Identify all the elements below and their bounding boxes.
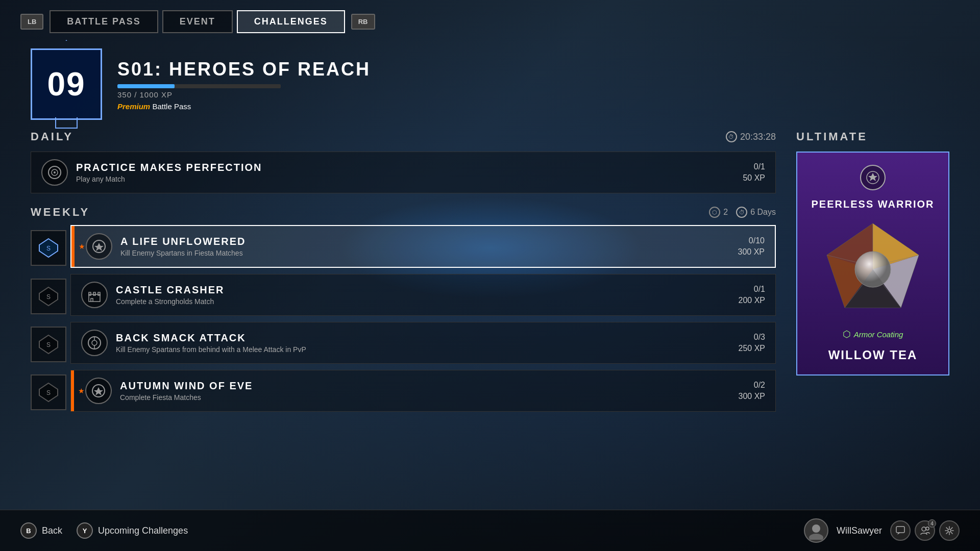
tab-event[interactable]: EVENT [162,10,233,33]
badge-shield-icon: ⬡ [709,207,720,218]
challenge-name-backsmack: BACK SMACK ATTACK [116,332,730,344]
challenge-progress-castle: 0/1 [739,285,765,294]
daily-title: DAILY [31,130,74,143]
battlepass-section: 09 S01: HEROES OF REACH 350 / 1000 XP Pr… [0,48,980,120]
challenge-row-autumn[interactable]: ★ AUTUMN WIND OF EVE Complete Fiesta Mat… [70,370,776,412]
battlepass-info: S01: HEROES OF REACH 350 / 1000 XP Premi… [117,48,371,111]
challenge-name-unflowered: A LIFE UNFLOWERED [120,236,730,247]
svg-text:S: S [46,245,51,252]
weekly-badge-4: S [31,374,66,410]
weekly-badge-2: S [31,279,66,314]
ultimate-icon [860,165,886,190]
challenges-list: DAILY ⏱ 20:33:28 PRACTICE MAKES PERFECTI… [31,130,776,418]
weekly-days: ⏱ 6 Days [736,207,776,218]
pass-label: Battle Pass [152,102,191,111]
challenge-row-practice[interactable]: PRACTICE MAKES PERFECTION Play any Match… [31,152,776,193]
timer-icon: ⏱ [726,131,737,142]
challenge-reward-autumn: 0/2 300 XP [739,381,765,401]
premium-label: Premium [117,102,150,111]
pentagon-art [822,218,924,320]
challenge-name-autumn: AUTUMN WIND OF EVE [120,380,730,392]
weekly-badge-3: S [31,327,66,362]
weekly-title: WEEKLY [31,206,90,219]
challenge-desc-castle: Complete a Strongholds Match [116,297,730,306]
svg-text:S: S [46,341,51,348]
challenge-xp-practice: 50 XP [743,173,765,183]
challenge-progress-backsmack: 0/3 [739,333,765,342]
ultimate-title: ULTIMATE [796,130,949,143]
svg-point-2 [54,171,56,173]
favorite-badge-unflowered [71,226,75,267]
svg-text:S: S [46,389,51,396]
challenge-desc-backsmack: Kill Enemy Spartans from behind with a M… [116,345,730,354]
tab-challenges[interactable]: CHALLENGES [237,10,345,33]
challenge-xp-castle: 200 XP [739,296,765,305]
level-badge: 09 [31,48,102,120]
favorite-badge-autumn [71,370,74,411]
ultimate-card: PEERLESS WARRIOR [796,152,949,375]
challenge-desc-practice: Play any Match [76,175,734,183]
ultimate-challenge-name: PEERLESS WARRIOR [812,198,935,210]
challenge-progress-unflowered: 0/10 [738,236,765,245]
challenge-xp-backsmack: 250 XP [739,344,765,353]
weekly-header: WEEKLY ⬡ 2 ⏱ 6 Days [31,206,776,219]
main-content: DAILY ⏱ 20:33:28 PRACTICE MAKES PERFECTI… [0,120,980,418]
battlepass-title: S01: HEROES OF REACH [117,59,371,80]
challenge-desc-unflowered: Kill Enemy Spartans in Fiesta Matches [120,249,730,257]
weekly-badge-1: S [31,230,66,266]
challenge-info-practice: PRACTICE MAKES PERFECTION Play any Match [76,162,734,183]
weekly-badge-count: ⬡ 2 [709,207,728,218]
armor-coating-label: Armor Coating [854,330,903,339]
tab-battle-pass[interactable]: BATTLE PASS [50,10,158,33]
lb-button[interactable]: LB [20,14,43,30]
weekly-badges: ⬡ 2 ⏱ 6 Days [709,207,776,218]
challenge-icon-castle [81,282,108,308]
svg-text:S: S [46,293,51,300]
challenge-row-castle[interactable]: CASTLE CRASHER Complete a Strongholds Ma… [70,274,776,316]
timer-value: 20:33:28 [740,132,776,142]
top-navigation: LB BATTLE PASS EVENT CHALLENGES RB [0,0,980,43]
challenge-icon-unflowered [86,233,112,260]
challenge-reward-castle: 0/1 200 XP [739,285,765,305]
xp-label: 350 / 1000 XP [117,90,371,99]
challenge-icon-practice [41,159,68,186]
daily-timer: ⏱ 20:33:28 [726,131,776,142]
svg-rect-10 [93,292,95,295]
battlepass-premium: Premium Battle Pass [117,102,371,111]
challenge-progress-autumn: 0/2 [739,381,765,390]
weekly-days-label: 6 Days [750,208,776,217]
challenge-info-unflowered: A LIFE UNFLOWERED Kill Enemy Spartans in… [120,236,730,257]
challenge-row-backsmack[interactable]: BACK SMACK ATTACK Kill Enemy Spartans fr… [70,322,776,364]
challenge-xp-autumn: 300 XP [739,392,765,401]
star-icon-unflowered: ★ [79,242,85,251]
challenge-info-autumn: AUTUMN WIND OF EVE Complete Fiesta Match… [120,380,730,402]
challenge-row-unflowered[interactable]: ★ A LIFE UNFLOWERED Kill Enemy Spartans … [70,225,776,268]
challenge-reward-backsmack: 0/3 250 XP [739,333,765,353]
svg-rect-11 [98,292,100,295]
xp-progress-bar [117,84,281,88]
challenge-progress-practice: 0/1 [743,162,765,171]
svg-point-28 [855,252,891,287]
armor-coating-icon: ⬡ [843,329,851,340]
daily-header: DAILY ⏱ 20:33:28 [31,130,776,143]
weekly-count: 2 [723,208,728,217]
challenge-name-practice: PRACTICE MAKES PERFECTION [76,162,734,173]
xp-progress-fill [117,84,175,88]
challenge-desc-autumn: Complete Fiesta Matches [120,393,730,402]
weekly-timer-icon: ⏱ [736,207,747,218]
challenge-icon-backsmack [81,330,108,356]
challenge-info-backsmack: BACK SMACK ATTACK Kill Enemy Spartans fr… [116,332,730,354]
challenge-xp-unflowered: 300 XP [738,247,765,257]
svg-rect-9 [89,292,91,295]
challenge-info-castle: CASTLE CRASHER Complete a Strongholds Ma… [116,284,730,306]
svg-point-15 [92,340,97,345]
challenge-reward-unflowered: 0/10 300 XP [738,236,765,257]
challenge-reward-practice: 0/1 50 XP [743,162,765,183]
challenge-icon-autumn [85,378,112,404]
level-number: 09 [47,65,85,103]
challenge-name-castle: CASTLE CRASHER [116,284,730,296]
ultimate-section: ULTIMATE PEERLESS WARRIOR [796,130,949,418]
star-icon-autumn: ★ [78,387,85,395]
ultimate-type: ⬡ Armor Coating [843,329,903,340]
rb-button[interactable]: RB [351,14,375,30]
